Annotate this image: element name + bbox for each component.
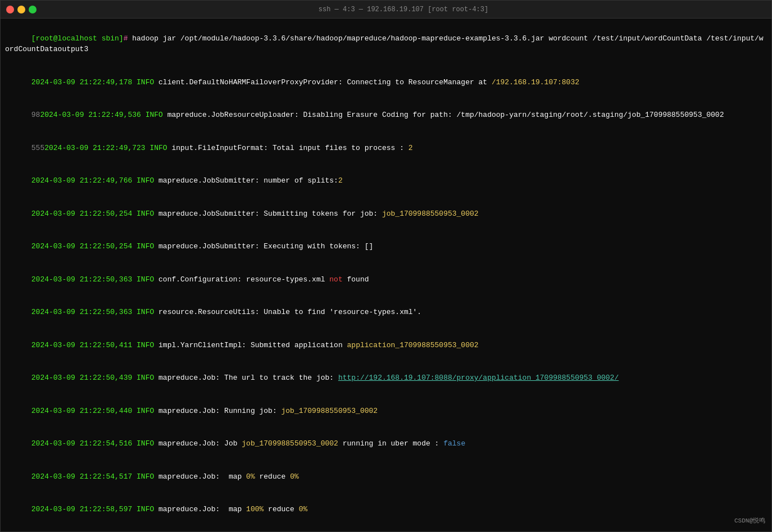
- log-line: 2024-03-09 21:22:50,440 INFO mapreduce.J…: [5, 394, 767, 428]
- log-line: 2024-03-09 21:22:50,363 INFO resource.Re…: [5, 296, 767, 329]
- log-line: 2024-03-09 21:22:54,517 INFO mapreduce.J…: [5, 460, 767, 493]
- log-line: 2024-03-09 21:22:50,411 INFO impl.YarnCl…: [5, 329, 767, 362]
- stats-line: Failed Shuffles=0: [5, 526, 767, 531]
- watermark: CSDN@悦鸣: [734, 516, 765, 526]
- maximize-button[interactable]: [29, 6, 37, 13]
- log-line: 982024-03-09 21:22:49,536 INFO mapreduce…: [5, 99, 767, 132]
- log-line: 2024-03-09 21:22:54,516 INFO mapreduce.J…: [5, 428, 767, 461]
- terminal-line: [root@localhost sbin]# hadoop jar /opt/m…: [5, 22, 767, 66]
- log-line: 5552024-03-09 21:22:49,723 INFO input.Fi…: [5, 131, 767, 165]
- titlebar: ssh — 4:3 — 192.168.19.107 [root root-4:…: [1, 1, 771, 19]
- window-title: ssh — 4:3 — 192.168.19.107 [root root-4:…: [41, 6, 766, 13]
- log-line: 2024-03-09 21:22:50,254 INFO mapreduce.J…: [5, 230, 767, 263]
- log-line-url: 2024-03-09 21:22:50,439 INFO mapreduce.J…: [5, 362, 767, 395]
- log-line: 2024-03-09 21:22:50,363 INFO conf.Config…: [5, 263, 767, 296]
- log-line: 2024-03-09 21:22:58,597 INFO mapreduce.J…: [5, 493, 767, 526]
- window-controls: [6, 6, 37, 13]
- close-button[interactable]: [6, 6, 14, 13]
- terminal-output[interactable]: [root@localhost sbin]# hadoop jar /opt/m…: [1, 19, 771, 531]
- prompt-user: [root@localhost sbin]: [31, 34, 124, 43]
- log-line: 2024-03-09 21:22:49,178 INFO client.Defa…: [5, 66, 767, 99]
- log-line: 2024-03-09 21:22:50,254 INFO mapreduce.J…: [5, 197, 767, 230]
- job-tracking-url[interactable]: http://192.168.19.107:8088/proxy/applica…: [338, 374, 619, 382]
- minimize-button[interactable]: [17, 6, 25, 13]
- terminal-window: ssh — 4:3 — 192.168.19.107 [root root-4:…: [0, 0, 772, 532]
- log-line: 2024-03-09 21:22:49,766 INFO mapreduce.J…: [5, 165, 767, 198]
